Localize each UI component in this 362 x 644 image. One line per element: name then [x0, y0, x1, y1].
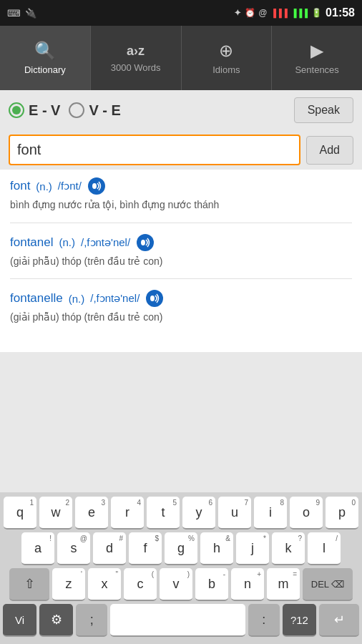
email-icon: @ [259, 8, 268, 18]
radio-ve-label: V - E [89, 102, 120, 119]
result-main-fontanelle: fontanelle (n.) /,fɔntə'nel/ [10, 289, 352, 308]
result-phonetic-fontanel: /,fɔntə'nel/ [81, 236, 130, 249]
key-vi[interactable]: Vi [3, 604, 36, 637]
keyboard-row-1: 1q 2w 3e 4r 5t 6y 7u 8i 9o 0p [3, 497, 359, 530]
signal2-icon: ▐▐▐ [291, 9, 308, 17]
dictionary-tab-label: Dictionary [24, 64, 66, 75]
key-l[interactable]: /l [308, 532, 341, 565]
svg-point-5 [150, 296, 155, 301]
key-c[interactable]: (c [124, 568, 157, 601]
radio-ve-circle [69, 102, 84, 118]
audio-icon-fontanel[interactable] [136, 233, 155, 252]
radio-ev[interactable]: E - V [9, 102, 60, 119]
key-q[interactable]: 1q [4, 497, 36, 530]
idioms-tab-icon: ⊕ [219, 41, 233, 61]
key-n[interactable]: +n [231, 568, 264, 601]
key-g[interactable]: %g [165, 532, 197, 565]
result-meaning-fontanelle: (giải phẫu) thóp (trên đầu trẻ con) [10, 311, 352, 325]
radio-ev-circle [9, 102, 24, 118]
key-k[interactable]: ?k [272, 532, 305, 565]
key-settings[interactable]: ⚙ [39, 604, 73, 637]
key-m[interactable]: =m [267, 568, 300, 601]
result-entry-font: font (n.) /fɔnt/ bình đựng nước rửa tội,… [10, 177, 352, 223]
key-t[interactable]: 5t [147, 497, 180, 530]
key-i[interactable]: 8i [254, 497, 287, 530]
add-button[interactable]: Add [306, 136, 353, 165]
result-main-fontanel: fontanel (n.) /,fɔntə'nel/ [10, 233, 352, 252]
key-f[interactable]: $f [129, 532, 162, 565]
svg-point-1 [92, 183, 97, 189]
audio-icon-fontanelle[interactable] [145, 289, 164, 308]
signal-icon: ▐▐▐ [270, 9, 287, 17]
tab-idioms[interactable]: ⊕ Idioms [182, 26, 273, 90]
result-word-fontanelle[interactable]: fontanelle [10, 291, 63, 306]
key-b[interactable]: -b [195, 568, 228, 601]
status-right-icons: ✦ ⏰ @ ▐▐▐ ▐▐▐ 🔋 01:58 [234, 6, 355, 19]
main-content: E - V V - E Speak Add font (n.) /fɔnt/ [0, 90, 362, 352]
result-type-fontanel: (n.) [59, 236, 76, 248]
result-entry-fontanelle: fontanelle (n.) /,fɔntə'nel/ (giải phẫu)… [10, 289, 352, 335]
result-word-fontanel[interactable]: fontanel [10, 235, 54, 250]
radio-ve[interactable]: V - E [69, 102, 120, 119]
svg-point-3 [141, 240, 145, 245]
tab-3000words[interactable]: a›z 3000 Words [91, 26, 182, 90]
result-meaning-fontanel: (giải phẫu) thóp (trên đầu trẻ con) [10, 255, 352, 269]
key-v[interactable]: )v [160, 568, 192, 601]
key-s[interactable]: @s [57, 532, 90, 565]
key-e[interactable]: 3e [75, 497, 108, 530]
key-num[interactable]: ?12 [283, 604, 316, 637]
result-entry-fontanel: fontanel (n.) /,fɔntə'nel/ (giải phẫu) t… [10, 233, 352, 280]
key-h[interactable]: &h [200, 532, 233, 565]
tab-sentences[interactable]: ▶ Sentences [272, 26, 362, 90]
search-input[interactable] [17, 142, 292, 158]
search-input-wrapper [9, 135, 300, 165]
sentences-tab-label: Sentences [295, 64, 338, 75]
result-main-font: font (n.) /fɔnt/ [10, 177, 352, 195]
search-row: Add [0, 130, 362, 170]
bluetooth-icon: ✦ [234, 8, 241, 18]
audio-icon-font[interactable] [87, 177, 106, 195]
toggle-row: E - V V - E Speak [0, 90, 362, 130]
radio-ev-label: E - V [29, 102, 60, 119]
alarm-icon: ⏰ [245, 8, 255, 18]
key-y[interactable]: 6y [182, 497, 215, 530]
keyboard-icon: ⌨ [7, 8, 21, 19]
tab-dictionary[interactable]: 🔍 Dictionary [0, 26, 91, 90]
key-colon[interactable]: : [248, 604, 280, 637]
key-o[interactable]: 9o [290, 497, 323, 530]
radio-group: E - V V - E [9, 102, 121, 119]
words-tab-icon: a›z [127, 44, 145, 59]
key-z[interactable]: 'z [52, 568, 85, 601]
results-area: font (n.) /fɔnt/ bình đựng nước rửa tội,… [0, 170, 362, 352]
result-word-font[interactable]: font [10, 179, 30, 193]
key-space[interactable] [110, 604, 245, 637]
key-w[interactable]: 2w [39, 497, 72, 530]
time-display: 01:58 [326, 6, 355, 19]
keyboard-row-3: ⇧ 'z "x (c )v -b +n =m DEL ⌫ [3, 568, 359, 601]
key-semicolon[interactable]: ; [76, 604, 107, 637]
keyboard-bottom-row: Vi ⚙ ; : ?12 ↵ [3, 604, 359, 637]
sentences-tab-icon: ▶ [310, 41, 323, 61]
key-x[interactable]: "x [88, 568, 121, 601]
battery-icon: 🔋 [311, 8, 322, 18]
result-type-font: (n.) [36, 180, 52, 192]
nav-tabs: 🔍 Dictionary a›z 3000 Words ⊕ Idioms ▶ S… [0, 26, 362, 90]
key-delete[interactable]: DEL ⌫ [303, 568, 353, 601]
key-d[interactable]: #d [93, 532, 126, 565]
key-r[interactable]: 4r [111, 497, 144, 530]
result-phonetic-font: /fɔnt/ [58, 180, 82, 192]
dictionary-tab-icon: 🔍 [34, 41, 56, 61]
key-a[interactable]: !a [21, 532, 54, 565]
key-u[interactable]: 7u [218, 497, 251, 530]
keyboard-row-2: !a @s #d $f %g &h *j ?k /l [3, 532, 359, 565]
key-p[interactable]: 0p [326, 497, 358, 530]
usb-icon: 🔌 [25, 8, 36, 19]
speak-button[interactable]: Speak [294, 97, 353, 123]
words-tab-label: 3000 Words [111, 62, 161, 73]
key-enter[interactable]: ↵ [319, 604, 359, 637]
key-j[interactable]: *j [236, 532, 269, 565]
result-phonetic-fontanelle: /,fɔntə'nel/ [90, 292, 140, 305]
result-type-fontanelle: (n.) [69, 293, 85, 305]
status-left-icons: ⌨ 🔌 [7, 8, 36, 19]
key-shift[interactable]: ⇧ [9, 568, 49, 601]
